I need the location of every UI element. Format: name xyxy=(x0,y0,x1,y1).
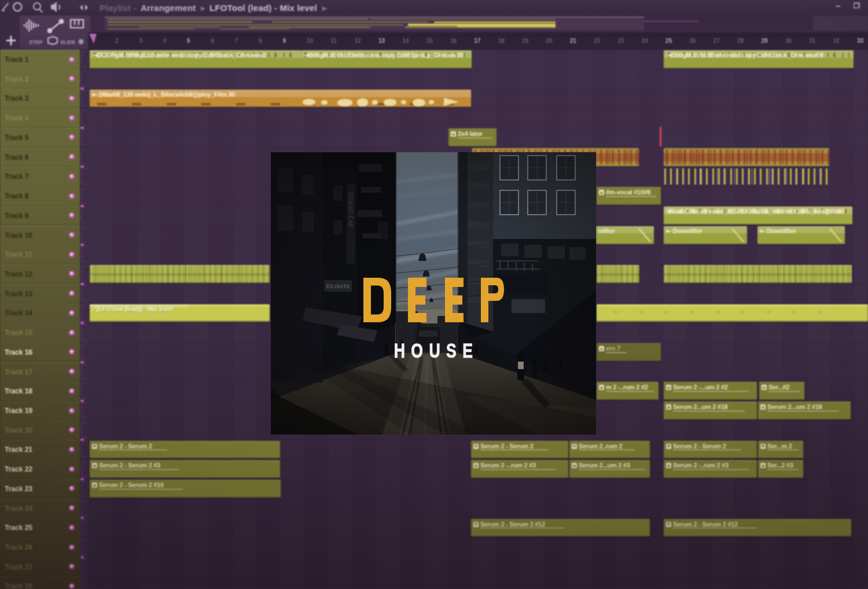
svg-text:SLIDE: SLIDE xyxy=(60,39,76,45)
svg-text:HOUSE: HOUSE xyxy=(394,338,479,362)
svg-text:STEP: STEP xyxy=(29,39,43,45)
